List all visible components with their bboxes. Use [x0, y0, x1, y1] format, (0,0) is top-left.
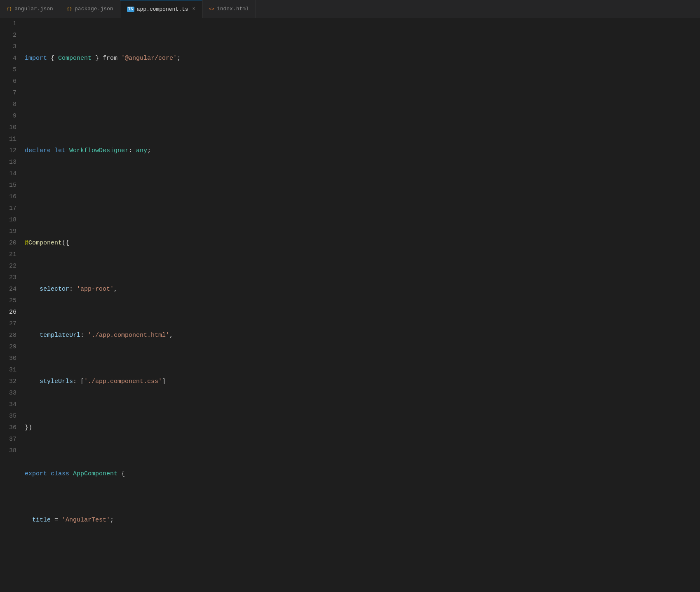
ln-7: 7	[3, 87, 16, 99]
ln-2: 2	[3, 30, 16, 41]
ln-3: 3	[3, 41, 16, 53]
ln-11: 11	[3, 134, 16, 145]
ln-8: 8	[3, 99, 16, 110]
ln-15: 15	[3, 180, 16, 191]
ln-18: 18	[3, 214, 16, 226]
code-line-8: styleUrls: ['./app.component.css']	[25, 376, 700, 388]
ln-23: 23	[3, 272, 16, 284]
ln-12: 12	[3, 145, 16, 157]
ln-4: 4	[3, 53, 16, 64]
ln-29: 29	[3, 341, 16, 353]
ln-35: 35	[3, 411, 16, 422]
code-content[interactable]: import { Component } from '@angular/core…	[21, 18, 700, 592]
html-icon: <>	[209, 7, 214, 12]
ln-1: 1	[3, 18, 16, 30]
ln-25: 25	[3, 295, 16, 307]
ln-10: 10	[3, 122, 16, 134]
ln-17: 17	[3, 203, 16, 214]
ln-24: 24	[3, 284, 16, 295]
code-line-5: @Component({	[25, 237, 700, 249]
code-line-10: export class AppComponent {	[25, 468, 700, 480]
code-line-12	[25, 561, 700, 572]
ln-16: 16	[3, 191, 16, 203]
ln-6: 6	[3, 76, 16, 87]
code-line-4	[25, 191, 700, 203]
ln-38: 38	[3, 445, 16, 457]
ln-32: 32	[3, 376, 16, 388]
line-numbers: 1 2 3 4 5 6 7 8 9 10 11 12 13 14 15 16 1…	[0, 18, 21, 592]
code-editor: 1 2 3 4 5 6 7 8 9 10 11 12 13 14 15 16 1…	[0, 18, 700, 592]
ln-34: 34	[3, 399, 16, 411]
tab-index-html[interactable]: <> index.html	[202, 0, 256, 18]
tab-label-angular-json: angular.json	[14, 6, 53, 12]
json-icon-package: {}	[67, 7, 72, 12]
ln-33: 33	[3, 388, 16, 399]
tab-package-json[interactable]: {} package.json	[60, 0, 120, 18]
code-line-1: import { Component } from '@angular/core…	[25, 53, 700, 64]
ln-9: 9	[3, 110, 16, 122]
ln-26: 26	[3, 307, 16, 318]
ln-13: 13	[3, 157, 16, 168]
code-line-6: selector: 'app-root',	[25, 284, 700, 295]
code-line-7: templateUrl: './app.component.html',	[25, 330, 700, 341]
tab-bar: {} angular.json {} package.json TS app.c…	[0, 0, 700, 18]
ln-20: 20	[3, 237, 16, 249]
ln-27: 27	[3, 318, 16, 330]
json-icon-angular: {}	[7, 7, 12, 12]
ln-31: 31	[3, 364, 16, 376]
ts-icon: TS	[127, 7, 134, 12]
ln-21: 21	[3, 249, 16, 261]
tab-app-component-ts[interactable]: TS app.component.ts ×	[120, 0, 202, 18]
ln-37: 37	[3, 434, 16, 445]
tab-angular-json[interactable]: {} angular.json	[0, 0, 60, 18]
ln-28: 28	[3, 330, 16, 341]
ln-5: 5	[3, 64, 16, 76]
close-icon[interactable]: ×	[193, 6, 195, 12]
ln-19: 19	[3, 226, 16, 237]
ln-14: 14	[3, 168, 16, 180]
code-line-2	[25, 99, 700, 110]
tab-label-package-json: package.json	[75, 6, 113, 12]
ln-22: 22	[3, 261, 16, 272]
ln-36: 36	[3, 422, 16, 434]
tab-label-app-component-ts: app.component.ts	[137, 6, 188, 12]
code-line-11: title = 'AngularTest';	[25, 514, 700, 526]
code-line-9: })	[25, 422, 700, 434]
code-line-3: declare let WorkflowDesigner: any;	[25, 145, 700, 157]
tab-label-index-html: index.html	[217, 6, 249, 12]
ln-30: 30	[3, 353, 16, 364]
